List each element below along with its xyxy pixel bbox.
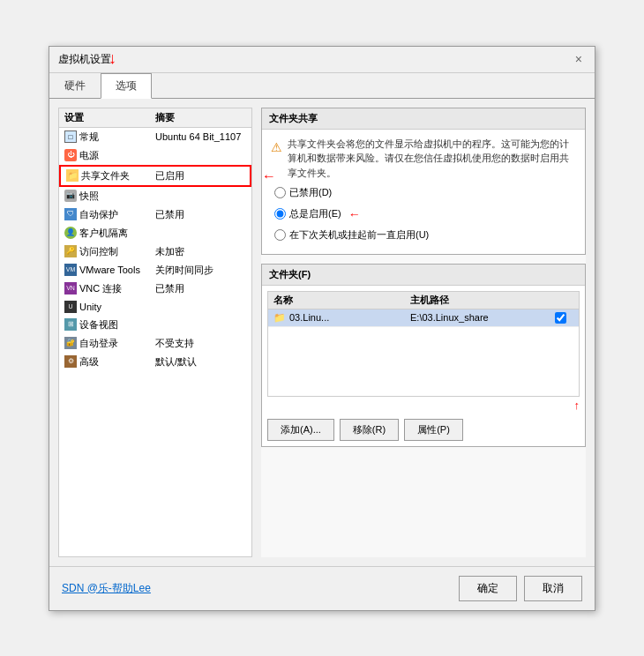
dialog-title: 虚拟机设置 [58, 52, 111, 67]
right-panel: 文件夹共享 ⚠ 共享文件夹会将您的文件显示给虚拟机中的程序。这可能为您的计算机和… [261, 108, 586, 557]
radio-always-enabled[interactable]: 总是启用(E) ← [274, 205, 576, 224]
folder-enabled-checkbox[interactable] [547, 312, 573, 324]
settings-item-autoprotect[interactable]: 🛡 自动保护 已禁用 [59, 205, 251, 224]
vnc-icon: VN [64, 282, 77, 294]
key-icon: 🔑 [64, 245, 77, 257]
camera-icon: 📷 [64, 190, 77, 202]
folder-row-icon: 📁 [273, 312, 286, 324]
advanced-icon: ⚙ [64, 355, 77, 368]
properties-button[interactable]: 属性(P) [404, 419, 463, 441]
person-icon: 👤 [64, 227, 77, 239]
settings-item-snapshots[interactable]: 📷 快照 [59, 187, 251, 205]
radio-until-poweroff-input[interactable] [274, 229, 286, 241]
virtual-machine-settings-dialog: 虚拟机设置 × 硬件 选项 ↓ 设置 摘要 [49, 46, 595, 611]
folder-table-body: 📁 03.Linu... E:\03.Linux_share [267, 309, 580, 397]
content-area: 设置 摘要 □ 常规 Ubuntu 64 Bit_1107 [49, 99, 595, 566]
remove-folder-button[interactable]: 移除(R) [340, 419, 399, 441]
folder-icon: 📁 [66, 169, 79, 182]
settings-item-vmware-tools[interactable]: VM VMware Tools 关闭时间同步 [59, 261, 251, 280]
settings-item-access-control[interactable]: 🔑 访问控制 未加密 [59, 242, 251, 261]
folder-sharing-content: ⚠ 共享文件夹会将您的文件显示给虚拟机中的程序。这可能为您的计算机和数据带来风险… [262, 130, 585, 254]
tab-options[interactable]: 选项 ↓ [101, 73, 152, 99]
device-icon: ⊞ [64, 318, 77, 331]
folder-sharing-section: 文件夹共享 ⚠ 共享文件夹会将您的文件显示给虚拟机中的程序。这可能为您的计算机和… [261, 108, 586, 255]
settings-item-auto-login[interactable]: 🔐 自动登录 不受支持 [59, 334, 251, 353]
warning-text: 共享文件夹会将您的文件显示给虚拟机中的程序。这可能为您的计算机和数据带来风险。请… [288, 137, 576, 181]
folders-section: 文件夹(F) 名称 主机路径 📁 03.Linu... [261, 264, 586, 447]
cancel-button[interactable]: 取消 [524, 576, 582, 601]
title-bar: 虚拟机设置 × [49, 47, 595, 73]
settings-item-shared-folders[interactable]: 📁 共享文件夹 已启用 ← [59, 165, 251, 187]
add-folder-button[interactable]: 添加(A)... [267, 419, 334, 441]
folders-section-title: 文件夹(F) [262, 265, 585, 286]
arrow-to-folder: ↑ [267, 399, 580, 412]
tab-bar: 硬件 选项 ↓ [49, 73, 595, 99]
settings-item-guest-isolation[interactable]: 👤 客户机隔离 [59, 224, 251, 242]
ok-button[interactable]: 确定 [459, 576, 517, 601]
login-icon: 🔐 [64, 337, 77, 349]
settings-item-general[interactable]: □ 常规 Ubuntu 64 Bit_1107 [59, 128, 251, 146]
unity-icon: U [64, 301, 77, 313]
folder-row-name: 📁 03.Linu... [273, 312, 410, 324]
folder-sharing-title: 文件夹共享 [262, 108, 585, 130]
folders-table-area: 名称 主机路径 📁 03.Linu... E:\03.Linux_share [262, 286, 585, 446]
warning-row: ⚠ 共享文件夹会将您的文件显示给虚拟机中的程序。这可能为您的计算机和数据带来风险… [271, 137, 576, 181]
settings-item-advanced[interactable]: ⚙ 高级 默认/默认 [59, 353, 251, 371]
settings-item-vnc[interactable]: VN VNC 连接 已禁用 [59, 280, 251, 298]
settings-item-unity[interactable]: U Unity [59, 298, 251, 316]
shield-icon: 🛡 [64, 208, 77, 220]
warning-icon: ⚠ [271, 138, 282, 181]
table-row[interactable]: 📁 03.Linu... E:\03.Linux_share [268, 309, 579, 327]
help-link[interactable]: SDN @乐-帮助Lee [62, 581, 151, 596]
monitor-icon: □ [64, 130, 77, 143]
folder-table-header: 名称 主机路径 [267, 291, 580, 309]
radio-until-poweroff[interactable]: 在下次关机或挂起前一直启用(U) [274, 227, 576, 243]
close-button[interactable]: × [572, 52, 586, 66]
settings-list-panel: 设置 摘要 □ 常规 Ubuntu 64 Bit_1107 [58, 108, 252, 557]
radio-disabled-input[interactable] [274, 187, 286, 198]
sharing-radio-group: 已禁用(D) 总是启用(E) ← 在下次关机或挂起前一直启用(U) [271, 185, 576, 243]
settings-item-device-view[interactable]: ⊞ 设备视图 [59, 316, 251, 334]
arrow-to-radio: ← [348, 205, 361, 224]
tab-hardware[interactable]: 硬件 [49, 73, 101, 98]
list-header: 设置 摘要 [59, 108, 251, 128]
radio-always-enabled-input[interactable] [274, 208, 286, 220]
settings-item-power[interactable]: ⏻ 电源 [59, 146, 251, 165]
dialog-footer: SDN @乐-帮助Lee 确定 取消 [49, 566, 595, 610]
power-icon: ⏻ [64, 149, 77, 161]
vmware-icon: VM [64, 264, 77, 276]
radio-disabled[interactable]: 已禁用(D) [274, 185, 576, 201]
settings-list: □ 常规 Ubuntu 64 Bit_1107 ⏻ 电源 [59, 128, 251, 371]
folder-buttons: 添加(A)... 移除(R) 属性(P) [267, 419, 580, 441]
